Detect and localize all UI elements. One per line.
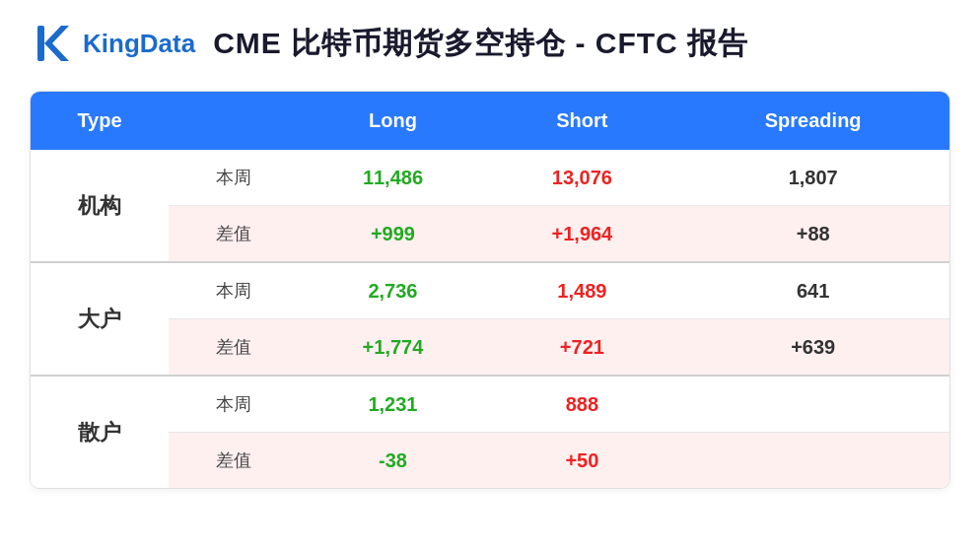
- spreading-value: [676, 433, 949, 489]
- logo-text: KingData: [83, 29, 195, 59]
- long-value: 2,736: [299, 262, 488, 319]
- logo: KingData: [30, 20, 195, 67]
- spreading-value: 1,807: [676, 150, 949, 206]
- page-title: CME 比特币期货多空持仓 - CFTC 报告: [213, 24, 748, 64]
- table-row: 机构本周11,48613,0761,807: [31, 150, 949, 206]
- short-value: +50: [487, 433, 676, 489]
- header: KingData CME 比特币期货多空持仓 - CFTC 报告: [30, 20, 950, 67]
- short-value: +1,964: [487, 206, 676, 263]
- spreading-value: +88: [676, 206, 949, 263]
- period-label: 本周: [169, 262, 299, 319]
- table-row: 差值+999+1,964+88: [31, 206, 949, 263]
- short-value: 13,076: [487, 150, 676, 206]
- spreading-value: [676, 376, 949, 433]
- table-header-row: Type Long Short Spreading: [31, 92, 949, 150]
- kingdata-logo-icon: [30, 20, 77, 67]
- table-row: 差值-38+50: [31, 433, 949, 489]
- main-table-container: Type Long Short Spreading 机构本周11,48613,0…: [30, 91, 950, 489]
- data-table: Type Long Short Spreading 机构本周11,48613,0…: [31, 92, 949, 488]
- svg-marker-1: [44, 26, 69, 61]
- long-value: +1,774: [299, 319, 488, 377]
- table-row: 大户本周2,7361,489641: [31, 262, 949, 319]
- period-label: 差值: [169, 206, 299, 263]
- period-label: 差值: [169, 433, 299, 489]
- short-value: +721: [487, 319, 676, 377]
- period-label: 本周: [169, 376, 299, 433]
- table-row: 散户本周1,231888: [31, 376, 949, 433]
- spreading-value: 641: [676, 262, 949, 319]
- col-spreading: Spreading: [676, 92, 949, 150]
- long-value: +999: [299, 206, 488, 263]
- col-type: Type: [31, 92, 169, 150]
- group-label: 散户: [31, 376, 169, 488]
- col-short: Short: [487, 92, 676, 150]
- group-label: 机构: [31, 150, 169, 262]
- col-long: Long: [299, 92, 488, 150]
- period-label: 本周: [169, 150, 299, 206]
- spreading-value: +639: [676, 319, 949, 377]
- table-row: 差值+1,774+721+639: [31, 319, 949, 377]
- col-period: [169, 92, 299, 150]
- period-label: 差值: [169, 319, 299, 377]
- group-label: 大户: [31, 262, 169, 376]
- long-value: 11,486: [299, 150, 488, 206]
- long-value: -38: [299, 433, 488, 489]
- short-value: 888: [487, 376, 676, 433]
- short-value: 1,489: [487, 262, 676, 319]
- long-value: 1,231: [299, 376, 488, 433]
- svg-rect-2: [39, 28, 43, 41]
